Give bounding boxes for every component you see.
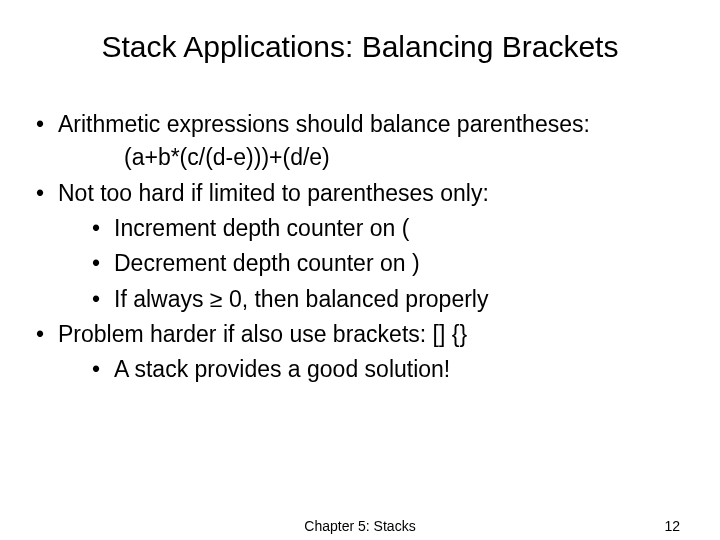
slide-title: Stack Applications: Balancing Brackets <box>30 30 690 64</box>
page-number: 12 <box>664 518 680 534</box>
bullet-text: Arithmetic expressions should balance pa… <box>58 111 590 137</box>
sub-bullet-list: A stack provides a good solution! <box>58 353 690 386</box>
footer-chapter: Chapter 5: Stacks <box>304 518 415 534</box>
sub-bullet-list: Increment depth counter on ( Decrement d… <box>58 212 690 316</box>
bullet-text: Problem harder if also use brackets: [] … <box>58 321 467 347</box>
sub-bullet-item: Increment depth counter on ( <box>58 212 690 245</box>
bullet-item: Arithmetic expressions should balance pa… <box>30 108 690 175</box>
bullet-item: Problem harder if also use brackets: [] … <box>30 318 690 387</box>
slide-content: Arithmetic expressions should balance pa… <box>30 108 690 387</box>
expression-line: (a+b*(c/(d-e)))+(d/e) <box>58 141 690 174</box>
sub-bullet-item: Decrement depth counter on ) <box>58 247 690 280</box>
bullet-text: Not too hard if limited to parentheses o… <box>58 180 489 206</box>
slide: Stack Applications: Balancing Brackets A… <box>0 0 720 540</box>
sub-bullet-item: A stack provides a good solution! <box>58 353 690 386</box>
sub-bullet-item: If always ≥ 0, then balanced properly <box>58 283 690 316</box>
bullet-item: Not too hard if limited to parentheses o… <box>30 177 690 316</box>
bullet-list: Arithmetic expressions should balance pa… <box>30 108 690 387</box>
